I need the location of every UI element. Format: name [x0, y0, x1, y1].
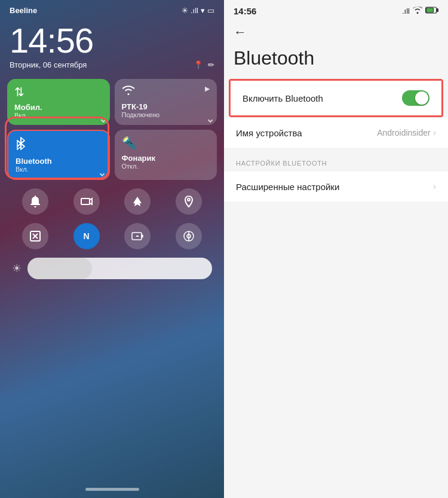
status-icons-left: ✳ .ıll ▾ ▭	[182, 6, 214, 15]
quick-actions-row1	[0, 185, 224, 218]
bell-button[interactable]	[22, 188, 48, 215]
wifi-corner-indicator: ▶	[205, 85, 210, 93]
quick-actions-row2: N	[0, 218, 224, 253]
mobile-icon: ⇅	[14, 85, 24, 99]
wifi-icon	[122, 85, 135, 99]
advanced-chevron: ›	[433, 181, 436, 192]
device-name-label: Имя устройства	[236, 128, 302, 138]
status-bar-right: 14:56 .ıll	[224, 0, 448, 20]
battery-icon-right	[425, 7, 438, 16]
battery-saver-button[interactable]	[124, 223, 151, 249]
airplane-button[interactable]	[124, 188, 151, 215]
tile-mobile-label: Мобил.	[14, 103, 103, 112]
flashlight-icon: 🔦	[122, 136, 137, 150]
tile-bluetooth[interactable]: Bluetooth Вкл.	[7, 130, 110, 180]
back-button[interactable]: ←	[224, 20, 448, 45]
dolby-button[interactable]	[176, 223, 202, 249]
screenshot-button[interactable]	[73, 188, 100, 215]
bluetooth-status-icon: ✳	[182, 6, 188, 15]
enable-bluetooth-label: Включить Bluetooth	[243, 93, 323, 103]
home-indicator[interactable]	[85, 488, 139, 491]
back-icon: ←	[234, 25, 247, 39]
clock-area: 14:56 Вторник, 06 сентября 📍 ✏	[0, 19, 224, 77]
advanced-item[interactable]: Расширенные настройки ›	[224, 172, 448, 201]
device-name-value: Androidinsider ›	[377, 127, 436, 138]
svg-rect-1	[81, 198, 90, 204]
edit-icon: ✏	[208, 60, 214, 69]
location-icon: 📍	[194, 60, 203, 69]
bluetooth-title: Bluetooth	[224, 45, 448, 79]
svg-rect-14	[426, 8, 434, 13]
clock-time: 14:56	[10, 23, 214, 58]
carrier-label: Beeline	[10, 6, 37, 15]
tile-wifi-indicator	[208, 118, 213, 123]
tile-mobile[interactable]: ⇅ Мобил. Вкл.	[7, 79, 110, 125]
status-icons-right: .ıll	[402, 7, 438, 16]
bluetooth-settings-panel: 14:56 .ıll ← Bluetooth	[224, 0, 448, 498]
bluetooth-tile-icon	[16, 137, 26, 153]
clock-date-text: Вторник, 06 сентября	[10, 60, 87, 69]
tile-flashlight-sub: Откл.	[122, 163, 210, 170]
signal-icon: .ıll	[191, 6, 198, 15]
brightness-icon: ☀	[12, 262, 22, 275]
toggle-knob	[415, 91, 428, 105]
enable-bluetooth-item[interactable]: Включить Bluetooth	[231, 81, 441, 115]
tile-flashlight-label: Фонарик	[122, 154, 210, 163]
device-name-text: Androidinsider	[377, 128, 431, 138]
wifi-icon-status: ▾	[201, 6, 205, 15]
expand-button[interactable]	[22, 223, 48, 249]
device-name-chevron: ›	[433, 127, 436, 138]
tile-flashlight[interactable]: 🔦 Фонарик Откл.	[115, 130, 217, 180]
bt-settings-header: НАСТРОЙКИ BLUETOOTH	[224, 148, 448, 172]
tile-mobile-sub: Вкл.	[14, 112, 103, 119]
status-time-right: 14:56	[234, 6, 256, 16]
svg-point-2	[188, 198, 190, 201]
clock-date: Вторник, 06 сентября 📍 ✏	[10, 60, 214, 69]
tile-wifi-label: РТК-19	[122, 102, 210, 111]
lock-screen-panel: Beeline ✳ .ıll ▾ ▭ 14:56 Вторник, 06 сен…	[0, 0, 224, 498]
nfc-icon: N	[84, 231, 90, 241]
device-name-item[interactable]: Имя устройства Androidinsider ›	[224, 118, 448, 148]
status-bar-left: Beeline ✳ .ıll ▾ ▭	[0, 0, 224, 19]
quick-tiles: ⇅ Мобил. Вкл. ▶	[0, 77, 224, 185]
brightness-area: ☀	[0, 253, 224, 284]
tile-bluetooth-sub: Вкл.	[16, 166, 102, 173]
tile-bluetooth-label: Bluetooth	[16, 157, 102, 166]
device-name-section: Имя устройства Androidinsider ›	[224, 118, 448, 148]
wifi-icon-right	[413, 7, 422, 16]
bluetooth-toggle[interactable]	[402, 90, 429, 106]
brightness-slider[interactable]	[27, 258, 212, 279]
nfc-button[interactable]: N	[73, 223, 100, 249]
svg-rect-7	[142, 235, 143, 237]
tile-wifi-sub: Подключено	[122, 111, 210, 118]
advanced-label: Расширенные настройки	[236, 182, 339, 192]
advanced-section: Расширенные настройки ›	[224, 172, 448, 201]
enable-bluetooth-section: Включить Bluetooth	[229, 79, 443, 117]
brightness-fill	[27, 258, 92, 279]
tile-wifi[interactable]: ▶ РТК-19 Подключено	[115, 79, 217, 125]
battery-icon-left: ▭	[207, 6, 214, 15]
svg-rect-13	[437, 9, 438, 12]
signal-icon-right: .ıll	[402, 7, 410, 16]
location-button[interactable]	[176, 188, 202, 215]
